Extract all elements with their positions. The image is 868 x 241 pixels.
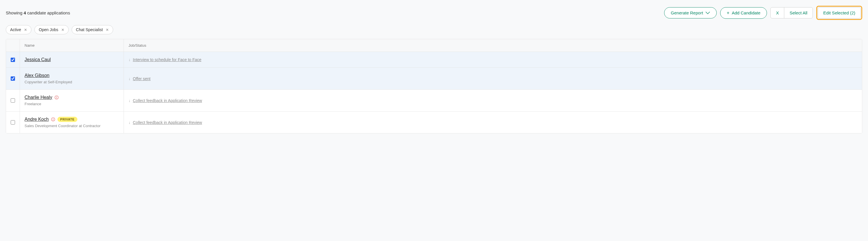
arrow-down-icon: ↓ <box>128 57 130 62</box>
close-icon[interactable]: ✕ <box>106 28 109 32</box>
table-row: Andre Koch PRIVATE Sales Development Coo… <box>6 111 862 133</box>
clear-selection-button[interactable]: X <box>771 7 784 18</box>
arrow-down-icon: ↓ <box>128 98 130 103</box>
private-badge: PRIVATE <box>58 117 78 122</box>
edit-selected-highlight: Edit Selected (2) <box>816 6 862 20</box>
filter-chip-chat-specialist[interactable]: Chat Specialist ✕ <box>72 25 113 34</box>
edit-selected-button[interactable]: Edit Selected (2) <box>818 7 861 18</box>
results-count-text: Showing 4 candidate applications <box>6 10 70 15</box>
table-row: Jessica Caul ↓ Interview to schedule for… <box>6 52 862 68</box>
row-checkbox[interactable] <box>11 58 15 62</box>
alert-icon <box>51 117 55 122</box>
candidate-name-link[interactable]: Andre Koch <box>25 117 49 122</box>
alert-icon <box>55 95 59 99</box>
status-link[interactable]: Collect feedback in Application Review <box>133 98 202 103</box>
table-header: Name Job/Status <box>6 39 862 52</box>
column-header-checkbox <box>6 39 20 51</box>
row-checkbox[interactable] <box>11 120 15 125</box>
row-checkbox[interactable] <box>11 76 15 81</box>
generate-report-button[interactable]: Generate Report <box>664 7 717 19</box>
svg-point-2 <box>56 98 57 99</box>
filter-chips: Active ✕ Open Jobs ✕ Chat Specialist ✕ <box>6 25 862 34</box>
filter-chip-active[interactable]: Active ✕ <box>6 25 31 34</box>
row-checkbox[interactable] <box>11 98 15 103</box>
arrow-down-icon: ↓ <box>128 76 130 81</box>
candidate-name-link[interactable]: Jessica Caul <box>25 57 51 62</box>
candidate-subtitle: Freelance <box>25 102 119 106</box>
close-icon[interactable]: ✕ <box>61 28 64 32</box>
column-header-name: Name <box>20 39 124 51</box>
candidate-subtitle: Copywriter at Self-Employed <box>25 80 119 84</box>
candidate-name-link[interactable]: Alex Gibson <box>25 73 50 78</box>
column-header-status: Job/Status <box>124 39 862 51</box>
filter-chip-open-jobs[interactable]: Open Jobs ✕ <box>34 25 69 34</box>
add-candidate-button[interactable]: + Add Candidate <box>720 7 767 19</box>
arrow-down-icon: ↓ <box>128 120 130 125</box>
chevron-down-icon <box>706 11 710 14</box>
candidate-name-link[interactable]: Charlie Healy <box>25 95 52 100</box>
status-link[interactable]: Offer sent <box>133 76 150 81</box>
close-icon[interactable]: ✕ <box>24 28 27 32</box>
candidates-table: Name Job/Status Jessica Caul ↓ Interview… <box>6 39 862 134</box>
svg-point-5 <box>53 120 54 120</box>
select-all-button[interactable]: Select All <box>784 7 812 18</box>
toolbar: Generate Report + Add Candidate X Select… <box>664 6 862 20</box>
table-row: Charlie Healy Freelance ↓ Collect feedba… <box>6 90 862 111</box>
selection-button-group: X Select All <box>770 7 813 19</box>
table-row: Alex Gibson Copywriter at Self-Employed … <box>6 68 862 90</box>
status-link[interactable]: Interview to schedule for Face to Face <box>133 57 201 62</box>
candidate-subtitle: Sales Development Coordinator at Contrac… <box>25 124 119 128</box>
status-link[interactable]: Collect feedback in Application Review <box>133 120 202 125</box>
plus-icon: + <box>727 10 730 15</box>
